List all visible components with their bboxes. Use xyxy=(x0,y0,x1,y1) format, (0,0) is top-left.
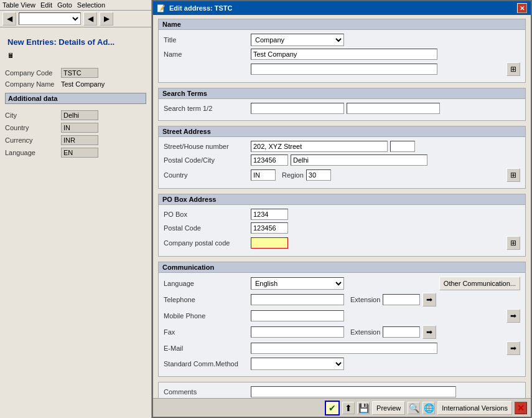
fax-extension-input[interactable] xyxy=(383,326,420,338)
telephone-nav-icon[interactable]: ➡ xyxy=(422,293,436,306)
extension-label: Extension xyxy=(350,296,380,303)
currency-row: Currency INR xyxy=(5,135,146,145)
telephone-input[interactable] xyxy=(251,294,344,305)
email-nav-icon[interactable]: ➡ xyxy=(506,341,520,355)
email-input[interactable] xyxy=(251,343,437,354)
telephone-extension-input[interactable] xyxy=(383,294,420,305)
dialog-body: Name Title Company Name ⊞ xyxy=(153,15,531,398)
icon-row: 🖩 xyxy=(5,49,146,62)
fax-extension-label: Extension xyxy=(350,328,380,336)
dialog-icon: 📝 xyxy=(157,4,166,12)
street-input[interactable] xyxy=(251,141,388,152)
mobile-input[interactable] xyxy=(251,310,344,321)
preview-button[interactable]: Preview xyxy=(372,401,405,415)
comm-language-row: Language English Other Communication... xyxy=(164,277,520,290)
company-postal-input[interactable] xyxy=(251,237,288,249)
company-code-row: Company Code TSTC xyxy=(5,68,146,78)
comm-language-label: Language xyxy=(164,280,251,287)
menu-selection[interactable]: Selection xyxy=(77,1,105,9)
pobox-section-title: PO Box Address xyxy=(159,194,525,205)
comments-input[interactable] xyxy=(251,386,456,397)
house-number-input[interactable] xyxy=(390,141,415,152)
region-input[interactable] xyxy=(306,169,331,181)
menu-edit[interactable]: Edit xyxy=(40,1,52,9)
menu-goto[interactable]: Goto xyxy=(57,1,72,9)
title-label: Title xyxy=(164,36,251,44)
comments-label: Comments xyxy=(164,388,251,396)
mobile-nav-icon[interactable]: ➡ xyxy=(506,309,520,323)
city-input[interactable] xyxy=(291,154,427,166)
pobox-input[interactable] xyxy=(251,209,288,220)
dialog-close-button[interactable]: ✕ xyxy=(517,3,527,13)
street-section: Street Address Street/House number Posta… xyxy=(158,126,526,189)
toolbar-dropdown[interactable] xyxy=(19,12,81,25)
communication-section: Communication Language English Other Com… xyxy=(158,262,526,377)
scroll-up-icon[interactable]: ⬆ xyxy=(342,402,355,414)
city-value: Delhi xyxy=(61,110,98,120)
nav-forward[interactable]: ▶ xyxy=(100,12,113,26)
street-row: Street/House number xyxy=(164,141,520,152)
fax-row: Fax Extension ➡ xyxy=(164,325,520,339)
menu-table-view[interactable]: Table View xyxy=(2,1,35,9)
pobox-row: PO Box xyxy=(164,209,520,220)
communication-section-content: Language English Other Communication... … xyxy=(159,273,525,376)
name-section-content: Title Company Name ⊞ xyxy=(159,30,525,82)
intl-icon[interactable]: 🌐 xyxy=(422,402,435,414)
back-button[interactable]: ◀ xyxy=(2,12,16,26)
postal-city-label: Postal Code/City xyxy=(164,156,251,164)
name-section: Name Title Company Name ⊞ xyxy=(158,19,526,83)
preview-icon[interactable]: 🔍 xyxy=(408,402,420,414)
postal-input[interactable] xyxy=(251,154,288,166)
country-row: Country IN xyxy=(5,123,146,133)
language-value: EN xyxy=(61,148,98,158)
page-title: New Entries: Details of Ad... xyxy=(5,32,146,49)
search-section-title: Search Terms xyxy=(159,88,525,99)
international-versions-button[interactable]: International Versions xyxy=(437,401,512,415)
pobox-postal-label: Postal Code xyxy=(164,224,251,232)
document-icon: 🖩 xyxy=(7,52,14,59)
fax-nav-icon[interactable]: ➡ xyxy=(422,325,436,339)
pobox-postal-input[interactable] xyxy=(251,222,288,234)
left-content: New Entries: Details of Ad... 🖩 Company … xyxy=(0,27,151,165)
comm-language-select[interactable]: English xyxy=(251,277,344,290)
name-input[interactable] xyxy=(251,49,437,60)
currency-value: INR xyxy=(61,135,98,145)
left-panel: Table View Edit Goto Selection ◀ ◀ ▶ New… xyxy=(0,0,152,418)
std-comm-label: Standard Comm.Method xyxy=(164,360,251,368)
company-code-label: Company Code xyxy=(5,69,61,77)
check-icon: ✔ xyxy=(329,403,336,413)
edit-address-dialog: 📝 Edit address: TSTC ✕ Name Title Compan… xyxy=(152,0,532,418)
language-row: Language EN xyxy=(5,148,146,158)
nav-back[interactable]: ◀ xyxy=(83,12,97,26)
save-icon[interactable]: 💾 xyxy=(357,402,370,414)
communication-section-title: Communication xyxy=(159,262,525,273)
std-comm-select[interactable] xyxy=(251,358,344,370)
fax-input[interactable] xyxy=(251,326,344,338)
search-term2-input[interactable] xyxy=(347,103,440,114)
pobox-label: PO Box xyxy=(164,211,251,218)
street-label: Street/House number xyxy=(164,143,251,150)
search-term1-input[interactable] xyxy=(251,103,344,114)
other-communication-button[interactable]: Other Communication... xyxy=(439,277,520,290)
country-input[interactable] xyxy=(251,169,276,181)
fax-label: Fax xyxy=(164,328,251,336)
confirm-button[interactable]: ✔ xyxy=(325,401,340,416)
name2-input[interactable] xyxy=(251,64,437,75)
pobox-section: PO Box Address PO Box Postal Code Compan… xyxy=(158,194,526,257)
pobox-nav-icon[interactable]: ⊞ xyxy=(506,236,520,250)
street-nav-icon[interactable]: ⊞ xyxy=(506,168,520,182)
comments-row: Comments xyxy=(164,386,520,397)
company-name-row: Company Name Test Company xyxy=(5,80,146,88)
search-section: Search Terms Search term 1/2 xyxy=(158,88,526,121)
menu-bar: Table View Edit Goto Selection xyxy=(0,0,151,11)
currency-label: Currency xyxy=(5,136,61,144)
red-x-icon: ✕ xyxy=(517,403,525,413)
company-postal-label: Company postal code xyxy=(164,239,251,247)
title-select[interactable]: Company xyxy=(251,34,344,46)
street-section-title: Street Address xyxy=(159,126,525,137)
cancel-red-button[interactable]: ✕ xyxy=(515,402,527,414)
name-nav-icon[interactable]: ⊞ xyxy=(506,62,520,76)
company-name-value: Test Company xyxy=(61,80,105,88)
postal-city-row: Postal Code/City xyxy=(164,154,520,166)
name2-row: ⊞ xyxy=(164,62,520,76)
